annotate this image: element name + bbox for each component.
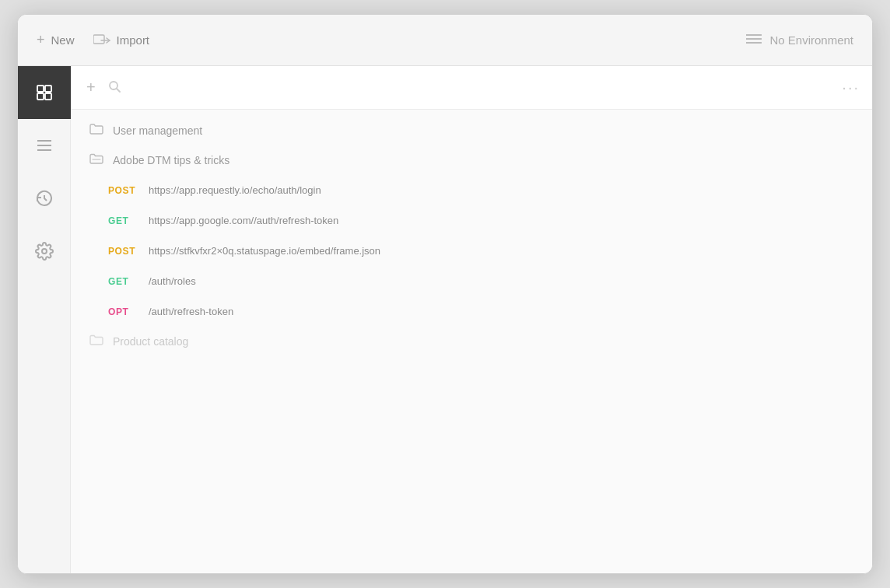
topbar-right: No Environment — [746, 33, 853, 47]
request-url: /auth/refresh-token — [149, 306, 233, 317]
svg-point-12 — [42, 249, 47, 254]
method-badge-opt: OPT — [108, 306, 138, 317]
request-item-4[interactable]: OPT /auth/refresh-token — [71, 296, 872, 327]
search-icon — [108, 80, 121, 96]
folder-closed-icon — [89, 334, 103, 348]
collection-name: Product catalog — [113, 335, 188, 348]
topbar-left: + New Import — [37, 32, 149, 48]
collection-item-adobe-dtm[interactable]: Adobe DTM tips & tricks — [71, 145, 872, 175]
svg-rect-8 — [45, 93, 51, 100]
sidebar-collections-icon[interactable] — [18, 66, 71, 119]
main-area: + ··· — [18, 66, 872, 573]
collections-header: + ··· — [71, 66, 872, 110]
request-item-3[interactable]: GET /auth/roles — [71, 266, 872, 296]
sidebar-history-icon[interactable] — [18, 172, 71, 225]
method-badge-post: POST — [108, 185, 138, 196]
method-badge-post: POST — [108, 246, 138, 257]
folder-closed-icon — [89, 153, 103, 167]
sidebar-menu-icon[interactable] — [18, 119, 71, 172]
svg-rect-0 — [93, 35, 104, 44]
request-item-1[interactable]: GET https://app.google.com//auth/refresh… — [71, 205, 872, 236]
add-collection-button[interactable]: + — [83, 75, 99, 100]
collection-name: User management — [113, 124, 202, 137]
request-url: /auth/roles — [149, 275, 196, 287]
request-url: https://app.requestly.io/echo/auth/login — [149, 184, 321, 196]
import-button[interactable]: Import — [93, 33, 150, 47]
svg-rect-6 — [45, 86, 51, 92]
collection-list: User management Adobe DTM tips & tricks … — [71, 110, 872, 573]
new-label: New — [51, 33, 75, 47]
request-url: https://stfkvfxr2×0q.statuspage.io/embed… — [149, 245, 380, 257]
sidebar — [18, 66, 71, 573]
method-badge-get: GET — [108, 215, 138, 226]
sidebar-settings-icon[interactable] — [18, 225, 71, 278]
content-panel: + ··· — [71, 66, 872, 573]
app-window: + New Import — [17, 14, 873, 574]
request-url: https://app.google.com//auth/refresh-tok… — [149, 215, 338, 226]
topbar: + New Import — [18, 15, 872, 66]
plus-icon: + — [37, 32, 45, 48]
new-button[interactable]: + New — [37, 32, 75, 48]
collection-name: Adobe DTM tips & tricks — [113, 154, 230, 166]
folder-open-icon — [89, 124, 103, 138]
search-input[interactable] — [130, 75, 833, 100]
collection-item-user-management[interactable]: User management — [71, 116, 872, 145]
request-item-0[interactable]: POST https://app.requestly.io/echo/auth/… — [71, 175, 872, 205]
import-label: Import — [117, 33, 150, 47]
method-badge-get: GET — [108, 276, 138, 287]
request-item-2[interactable]: POST https://stfkvfxr2×0q.statuspage.io/… — [71, 236, 872, 266]
env-lines-icon — [746, 33, 762, 47]
import-icon — [93, 34, 110, 47]
svg-rect-7 — [37, 93, 44, 100]
environment-label[interactable]: No Environment — [769, 33, 853, 47]
more-options-button[interactable]: ··· — [842, 79, 860, 96]
svg-line-14 — [117, 89, 120, 92]
collection-item-product-catalog[interactable]: Product catalog — [71, 327, 872, 356]
svg-rect-5 — [37, 86, 44, 92]
